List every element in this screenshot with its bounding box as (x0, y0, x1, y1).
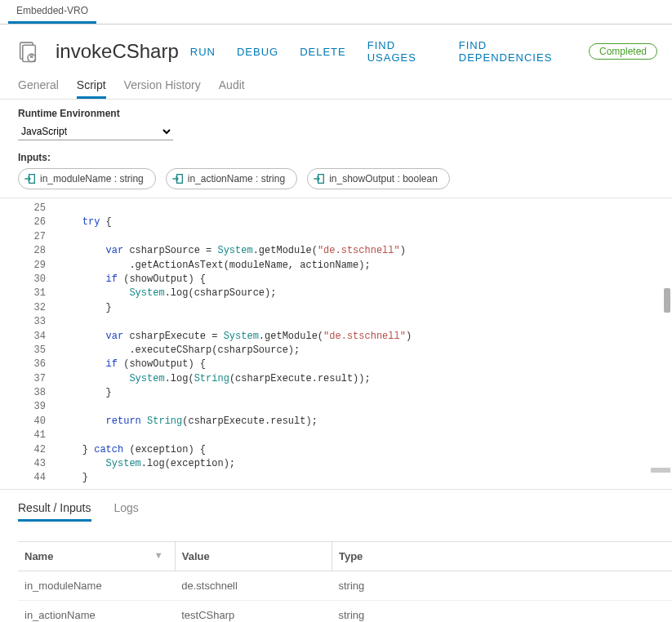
input-chip[interactable]: in_moduleName : string (18, 168, 156, 189)
chip-label: in_showOutput : boolean (329, 173, 438, 184)
tab-general[interactable]: General (18, 72, 59, 99)
detail-tabs: General Script Version History Audit (0, 72, 672, 100)
tab-logs[interactable]: Logs (114, 496, 139, 522)
line-gutter: 2526272829303132333435363738394041424344 (0, 198, 52, 489)
col-name-label: Name (24, 550, 53, 562)
input-chips: in_moduleName : string in_actionName : s… (0, 168, 672, 198)
page-header: invokeCSharp RUN DEBUG DELETE FIND USAGE… (0, 24, 672, 72)
run-button[interactable]: RUN (190, 46, 216, 58)
code-content[interactable]: try { var csharpSource = System.getModul… (52, 198, 672, 489)
table-row[interactable]: in_moduleNamede.stschnellstring (18, 571, 672, 600)
runtime-select[interactable]: JavaScript (18, 122, 173, 140)
cell-name: in_actionName (18, 600, 175, 622)
chip-label: in_actionName : string (188, 173, 285, 184)
status-badge: Completed (589, 43, 657, 60)
page-title: invokeCSharp (56, 40, 179, 63)
find-usages-button[interactable]: FIND USAGES (367, 39, 438, 64)
tab-result-inputs[interactable]: Result / Inputs (18, 496, 91, 522)
cell-type: string (332, 571, 672, 600)
svg-point-2 (28, 54, 35, 61)
top-tab-embedded-vro[interactable]: Embedded-VRO (8, 0, 96, 24)
input-chip[interactable]: in_showOutput : boolean (307, 168, 450, 189)
table-row[interactable]: in_actionNametestCSharpstring (18, 600, 672, 622)
debug-button[interactable]: DEBUG (237, 46, 278, 58)
input-chip[interactable]: in_actionName : string (166, 168, 297, 189)
result-tabs: Result / Inputs Logs (0, 489, 672, 522)
tab-script[interactable]: Script (77, 72, 106, 99)
find-dependencies-button[interactable]: FIND DEPENDENCIES (459, 39, 567, 64)
scrollbar-thumb[interactable] (664, 288, 670, 313)
input-arrow-icon (313, 172, 326, 185)
action-bar: RUN DEBUG DELETE FIND USAGES FIND DEPEND… (190, 39, 657, 64)
chip-label: in_moduleName : string (40, 173, 144, 184)
filter-icon[interactable]: ▼ (154, 550, 163, 560)
code-editor[interactable]: 2526272829303132333435363738394041424344… (0, 198, 672, 489)
col-name[interactable]: Name ▼ (18, 541, 175, 571)
runtime-label: Runtime Environment (0, 100, 672, 122)
delete-button[interactable]: DELETE (300, 46, 346, 58)
cell-value: testCSharp (175, 600, 332, 622)
scrollbar-stub[interactable] (651, 468, 670, 473)
tab-version-history[interactable]: Version History (124, 72, 201, 99)
cell-value: de.stschnell (175, 571, 332, 600)
cell-name: in_moduleName (18, 571, 175, 600)
script-icon (16, 40, 39, 63)
tab-audit[interactable]: Audit (219, 72, 245, 99)
input-arrow-icon (24, 172, 37, 185)
results-table: Name ▼ Value Type in_moduleNamede.stschn… (18, 541, 672, 622)
col-value[interactable]: Value (175, 541, 332, 571)
inputs-label: Inputs: (0, 144, 672, 168)
app-top-tabs: Embedded-VRO (0, 0, 672, 24)
col-type[interactable]: Type (332, 541, 672, 571)
cell-type: string (332, 600, 672, 622)
input-arrow-icon (171, 172, 185, 185)
runtime-row: JavaScript (0, 122, 672, 144)
